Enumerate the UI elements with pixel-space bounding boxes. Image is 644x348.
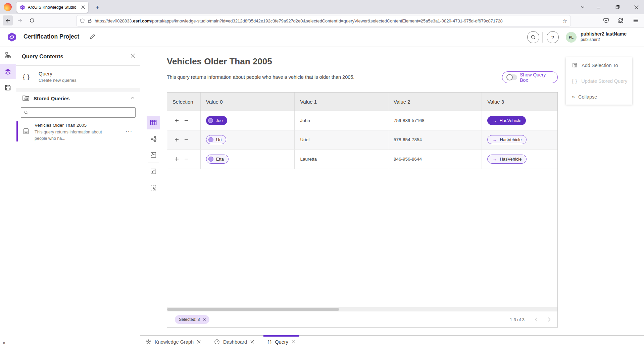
selected-count-chip[interactable]: Selected: 3 [175, 315, 209, 324]
user-info[interactable]: publisher2 lastName publisher2 [581, 31, 627, 42]
folder-icon [22, 95, 30, 101]
tab-dashboard[interactable]: Dashboard [211, 336, 257, 348]
window-close-button[interactable] [631, 2, 641, 12]
cell-value2[interactable]: 578-654-7854 [388, 130, 482, 150]
pagination-range: 1-3 of 3 [510, 317, 525, 322]
table-row[interactable]: Uri Uriel 578-654-7854 →HasVehicle [167, 130, 557, 150]
add-to-link-chart-icon[interactable] [147, 165, 160, 178]
close-tab-icon[interactable] [292, 340, 295, 344]
remove-from-selection-icon[interactable] [184, 137, 189, 142]
contents-layers-icon[interactable] [0, 64, 16, 79]
user-avatar[interactable]: PL [566, 32, 577, 43]
close-tab-icon[interactable] [250, 340, 254, 344]
new-tab-button[interactable]: + [93, 3, 101, 11]
map-view-icon[interactable] [147, 148, 160, 162]
menu-hamburger-icon[interactable] [631, 15, 641, 25]
clear-selection-icon[interactable] [203, 318, 206, 321]
entity-badge[interactable]: Etta [206, 155, 229, 164]
tab-close-icon[interactable] [81, 5, 85, 9]
cell-value1[interactable]: Uriel [295, 130, 388, 150]
item-overflow-menu-icon[interactable]: ··· [126, 128, 133, 134]
menu-item-collapse[interactable]: » Collapse [566, 89, 632, 105]
pocket-icon[interactable] [601, 15, 611, 25]
remove-from-selection-icon[interactable] [184, 157, 189, 161]
table-row[interactable]: Joe John 759-889-57168 →HasVehicle [167, 111, 557, 130]
header-search-button[interactable] [527, 31, 539, 43]
toggle-track[interactable] [506, 74, 517, 80]
tab-knowledge-graph[interactable]: Knowledge Graph [143, 336, 203, 348]
column-header-value3[interactable]: Value 3 [482, 93, 557, 111]
cell-value2[interactable]: 759-889-57168 [388, 111, 482, 130]
next-page-icon[interactable] [548, 317, 551, 322]
add-selection-icon [572, 62, 578, 68]
table-view-icon[interactable] [147, 116, 160, 129]
relationship-badge[interactable]: →HasVehicle [487, 155, 527, 164]
toggle-knob [506, 74, 513, 80]
url-bar[interactable]: https://dev0028833.esri.com/portal/apps/… [77, 15, 571, 26]
collapse-section-chevron-icon[interactable] [130, 96, 135, 100]
extensions-puzzle-icon[interactable] [616, 15, 626, 25]
menu-item-update-stored-query[interactable]: { } Update Stored Query [566, 73, 632, 89]
stored-queries-search-input[interactable] [31, 110, 133, 115]
show-query-box-toggle[interactable]: Show Query Box [502, 71, 558, 83]
forward-button[interactable] [15, 15, 25, 25]
scrollbar-thumb[interactable] [167, 308, 339, 311]
entity-badge[interactable]: Uri [206, 135, 227, 144]
reload-button[interactable] [27, 15, 37, 25]
user-subtitle: publisher2 [581, 37, 627, 42]
relationship-badge[interactable]: →HasVehicle [487, 116, 526, 125]
relationship-badge[interactable]: →HasVehicle [487, 135, 527, 144]
column-header-value0[interactable]: Value 0 [201, 93, 295, 111]
tab-query[interactable]: { } Query [265, 336, 298, 348]
add-to-selection-icon[interactable] [175, 118, 179, 123]
back-button[interactable] [3, 15, 13, 25]
close-tab-icon[interactable] [197, 340, 201, 344]
stored-query-item-title: Vehicles Older Than 2005 [35, 123, 87, 128]
url-text: https://dev0028833.esri.com/portal/apps/… [95, 18, 560, 23]
stored-query-list-item[interactable]: Vehicles Older Than 2005 This query retu… [16, 121, 140, 142]
query-contents-panel: Query Contents { } Query Create new quer… [16, 47, 140, 348]
panel-close-icon[interactable] [131, 53, 135, 58]
selected-count-label: Selected: 3 [179, 317, 200, 322]
column-header-value2[interactable]: Value 2 [388, 93, 482, 111]
cell-value2[interactable]: 846-956-8644 [388, 150, 482, 169]
data-model-icon[interactable] [0, 48, 16, 63]
list-tabs-chevron-icon[interactable] [580, 5, 585, 9]
stored-queries-header[interactable]: Stored Queries [16, 92, 140, 105]
browser-tab[interactable]: ArcGIS Knowledge Studio [16, 2, 88, 13]
tracking-shield-icon[interactable] [80, 18, 85, 23]
window-restore-button[interactable] [612, 2, 623, 12]
cell-value1[interactable]: John [295, 111, 388, 130]
stored-queries-search[interactable] [21, 107, 136, 118]
add-to-selection-icon[interactable] [175, 157, 179, 161]
add-to-selection-icon[interactable] [175, 137, 179, 142]
firefox-logo-icon[interactable] [4, 3, 12, 11]
link-chart-view-icon[interactable] [147, 132, 160, 146]
query-item-title: Query [39, 71, 52, 76]
bookmark-star-icon[interactable]: ☆ [562, 18, 567, 24]
table-header-row: Selection Value 0 Value 1 Value 2 Value … [167, 93, 557, 111]
remove-from-selection-icon[interactable] [184, 118, 189, 123]
header-divider [542, 32, 543, 43]
help-button[interactable]: ? [547, 31, 559, 43]
table-row[interactable]: Etta Lauretta 846-956-8644 →HasVehicle [167, 150, 557, 169]
column-header-value1[interactable]: Value 1 [295, 93, 388, 111]
browser-tab-strip: ArcGIS Knowledge Studio + [0, 0, 644, 14]
browser-window: ArcGIS Knowledge Studio + https://dev002… [0, 0, 644, 348]
horizontal-scrollbar[interactable] [167, 307, 557, 311]
entity-dot-icon [208, 137, 213, 142]
expand-rail-icon[interactable]: » [3, 340, 5, 345]
previous-page-icon[interactable] [535, 317, 538, 322]
column-header-selection[interactable]: Selection [167, 93, 201, 111]
entity-badge[interactable]: Joe [206, 116, 227, 125]
save-icon[interactable] [0, 80, 16, 95]
edit-project-title-icon[interactable] [89, 34, 96, 40]
menu-item-add-selection-to[interactable]: Add Selection To [566, 57, 632, 73]
window-minimize-button[interactable] [594, 2, 604, 12]
cell-value1[interactable]: Lauretta [295, 150, 388, 169]
double-chevron-icon: » [572, 94, 574, 100]
dashboard-gauge-icon [214, 339, 220, 345]
new-query-item[interactable]: { } Query Create new queries [16, 66, 140, 89]
lock-icon[interactable] [88, 18, 92, 23]
selection-tools-icon[interactable] [147, 181, 160, 194]
